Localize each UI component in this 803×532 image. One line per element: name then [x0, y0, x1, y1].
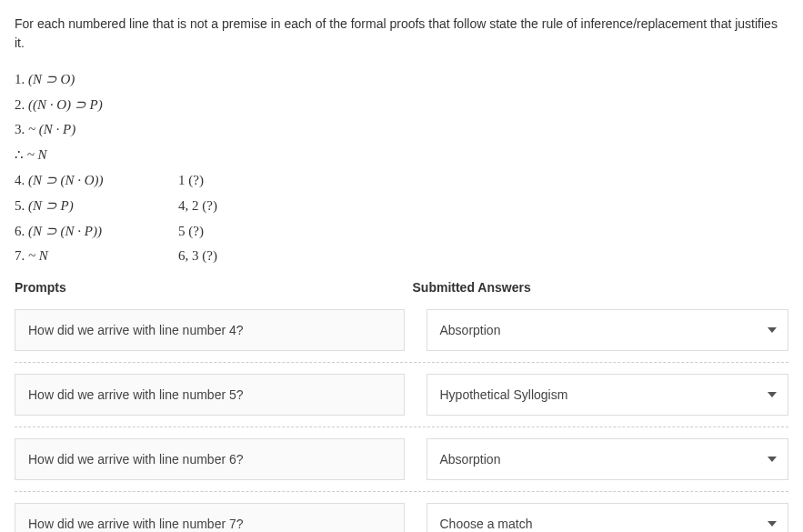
- question-text: For each numbered line that is not a pre…: [15, 15, 788, 53]
- select-value: Choose a match: [440, 517, 533, 531]
- prompt-box: How did we arrive with line number 7?: [15, 503, 405, 532]
- columns-header: Prompts Submitted Answers: [15, 280, 788, 300]
- chevron-down-icon: [768, 327, 777, 333]
- line-formula: (N ⊃ (N · P)): [28, 224, 102, 238]
- line-formula: (N ⊃ P): [28, 198, 74, 213]
- proof-line: 3. ~ (N · P): [15, 122, 788, 137]
- qa-row: How did we arrive with line number 7? Ch…: [15, 503, 788, 532]
- chevron-down-icon: [768, 457, 777, 462]
- line-num: 1.: [15, 72, 25, 86]
- select-box[interactable]: Choose a match: [427, 503, 789, 532]
- prompt-box: How did we arrive with line number 4?: [15, 309, 405, 351]
- line-formula: ((N · O) ⊃ P): [28, 97, 103, 112]
- answer-select[interactable]: Choose a match: [427, 503, 789, 532]
- line-formula: ~ (N · P): [28, 122, 75, 136]
- proof-line: 1. (N ⊃ O): [15, 71, 788, 87]
- line-justification: 5 (?): [178, 224, 204, 239]
- line-num: 3.: [15, 122, 25, 136]
- qa-row: How did we arrive with line number 6? Ab…: [15, 438, 788, 492]
- select-value: Absorption: [440, 452, 501, 467]
- select-box[interactable]: Hypothetical Syllogism: [427, 374, 789, 416]
- proof-line: 5. (N ⊃ P) 4, 2 (?): [15, 197, 788, 214]
- answer-select[interactable]: Absorption: [427, 438, 789, 480]
- proof-line: 4. (N ⊃ (N · O)) 1 (?): [15, 172, 788, 188]
- line-justification: 6, 3 (?): [178, 248, 217, 264]
- chevron-down-icon: [768, 392, 777, 397]
- line-formula: ~ N: [27, 147, 47, 162]
- line-formula: (N ⊃ O): [28, 72, 75, 86]
- select-box[interactable]: Absorption: [427, 438, 789, 480]
- proof-line: 6. (N ⊃ (N · P)) 5 (?): [15, 223, 788, 239]
- proof-block: 1. (N ⊃ O) 2. ((N · O) ⊃ P) 3. ~ (N · P)…: [15, 71, 788, 264]
- select-value: Hypothetical Syllogism: [440, 387, 568, 402]
- line-num: 6.: [15, 224, 25, 238]
- prompt-box: How did we arrive with line number 5?: [15, 374, 405, 416]
- line-formula: ~ N: [28, 248, 48, 263]
- line-num: ∴: [15, 147, 24, 162]
- select-value: Absorption: [440, 323, 501, 337]
- qa-row: How did we arrive with line number 5? Hy…: [15, 374, 788, 427]
- answer-select[interactable]: Absorption: [427, 309, 789, 351]
- line-formula: (N ⊃ (N · O)): [28, 173, 104, 187]
- prompt-box: How did we arrive with line number 6?: [15, 438, 405, 480]
- line-num: 4.: [15, 173, 25, 187]
- select-box[interactable]: Absorption: [427, 309, 789, 351]
- answers-header: Submitted Answers: [413, 280, 789, 295]
- line-num: 5.: [15, 198, 25, 213]
- line-num: 2.: [15, 97, 25, 112]
- line-justification: 1 (?): [178, 173, 204, 188]
- chevron-down-icon: [768, 521, 777, 527]
- proof-line: 7. ~ N 6, 3 (?): [15, 248, 788, 264]
- qa-row: How did we arrive with line number 4? Ab…: [15, 309, 788, 363]
- proof-line: 2. ((N · O) ⊃ P): [15, 96, 788, 113]
- line-num: 7.: [15, 248, 25, 263]
- line-justification: 4, 2 (?): [178, 198, 217, 214]
- answer-select[interactable]: Hypothetical Syllogism: [427, 374, 789, 416]
- prompts-header: Prompts: [15, 280, 391, 295]
- proof-line: ∴ ~ N: [15, 146, 788, 163]
